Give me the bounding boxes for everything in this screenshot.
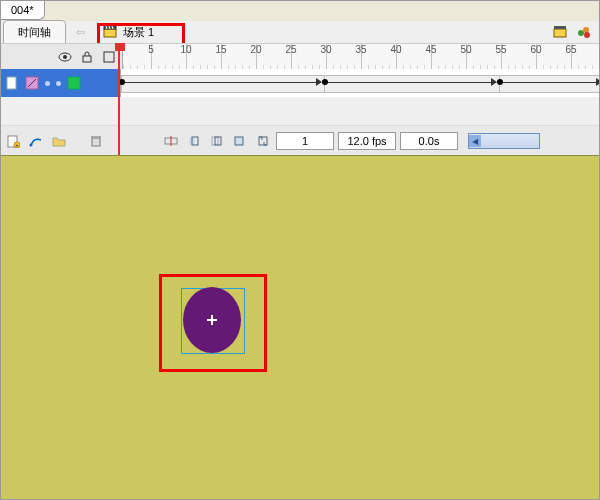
scene-clap-icon — [103, 25, 117, 39]
layer-cell[interactable] — [1, 69, 121, 97]
onion-skin-outline-icon[interactable] — [207, 132, 226, 151]
timeline-header: 时间轴 ⇦ 场景 1 — [1, 21, 599, 44]
svg-point-11 — [63, 55, 67, 59]
svg-rect-30 — [235, 137, 239, 145]
new-folder-icon[interactable] — [49, 132, 68, 151]
ruler-row: 5101520253035404550556065707580859095100… — [1, 43, 599, 71]
svg-rect-22 — [92, 138, 100, 146]
new-layer-icon[interactable]: + — [3, 132, 22, 151]
lock-dot[interactable] — [56, 81, 61, 86]
svg-rect-5 — [554, 29, 566, 37]
fps-field[interactable]: 12.0 fps — [338, 132, 396, 150]
scene-crumb-label: 场景 1 — [123, 25, 154, 40]
current-frame-field[interactable]: 1 — [276, 132, 334, 150]
new-guide-icon[interactable] — [26, 132, 45, 151]
lock-icon[interactable] — [80, 50, 94, 64]
registration-point-icon — [207, 315, 217, 325]
svg-rect-6 — [554, 26, 566, 29]
edit-multiple-frames-icon[interactable] — [230, 132, 249, 151]
timeline-controls: + 1 12.0 fps 0.0s ◀ — [1, 125, 599, 157]
svg-point-9 — [584, 32, 590, 38]
edit-scene-icon[interactable] — [553, 25, 567, 39]
back-icon[interactable]: ⇦ — [76, 26, 85, 39]
document-tab[interactable]: 004* — [1, 1, 45, 20]
svg-rect-14 — [7, 77, 16, 89]
timeline-tab[interactable]: 时间轴 — [3, 20, 66, 44]
scene-crumb[interactable]: 场景 1 — [99, 23, 158, 42]
layers-header — [1, 44, 123, 70]
visibility-dot[interactable] — [45, 81, 50, 86]
timeline-track[interactable] — [121, 69, 599, 97]
playhead[interactable] — [118, 43, 120, 155]
page-icon — [5, 76, 19, 90]
center-frame-icon[interactable] — [161, 132, 180, 151]
svg-rect-0 — [104, 29, 116, 37]
svg-point-21 — [29, 144, 32, 147]
svg-rect-12 — [83, 56, 91, 62]
edit-symbol-icon[interactable] — [577, 25, 591, 39]
timeline-tab-label: 时间轴 — [18, 25, 51, 40]
elapsed-time-field[interactable]: 0.0s — [400, 132, 458, 150]
document-tab-label: 004* — [11, 4, 34, 16]
svg-rect-23 — [91, 136, 101, 138]
svg-point-7 — [578, 30, 584, 36]
svg-rect-17 — [68, 77, 80, 89]
trash-icon[interactable] — [86, 132, 105, 151]
eye-icon[interactable] — [58, 50, 72, 64]
timeline-scrollbar[interactable]: ◀ — [468, 133, 540, 149]
frame-ruler[interactable]: 5101520253035404550556065707580859095100… — [123, 44, 599, 70]
onion-skin-icon[interactable] — [184, 132, 203, 151]
layer-row — [1, 69, 599, 98]
guide-icon — [25, 76, 39, 90]
svg-point-8 — [583, 27, 589, 33]
modify-onion-markers-icon[interactable] — [253, 132, 272, 151]
svg-rect-31 — [239, 137, 243, 145]
svg-text:+: + — [15, 142, 18, 148]
scroll-left-icon[interactable]: ◀ — [469, 135, 481, 147]
outline-icon[interactable] — [102, 50, 116, 64]
layer-color-swatch[interactable] — [67, 76, 81, 90]
svg-rect-33 — [259, 137, 267, 145]
layers-empty-area — [1, 97, 599, 126]
stage[interactable] — [1, 155, 599, 499]
svg-rect-13 — [104, 52, 114, 62]
